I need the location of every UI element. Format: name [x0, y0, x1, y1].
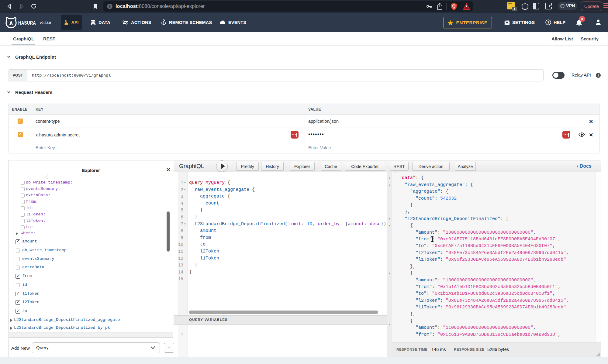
svg-text:?: ?: [547, 21, 549, 24]
